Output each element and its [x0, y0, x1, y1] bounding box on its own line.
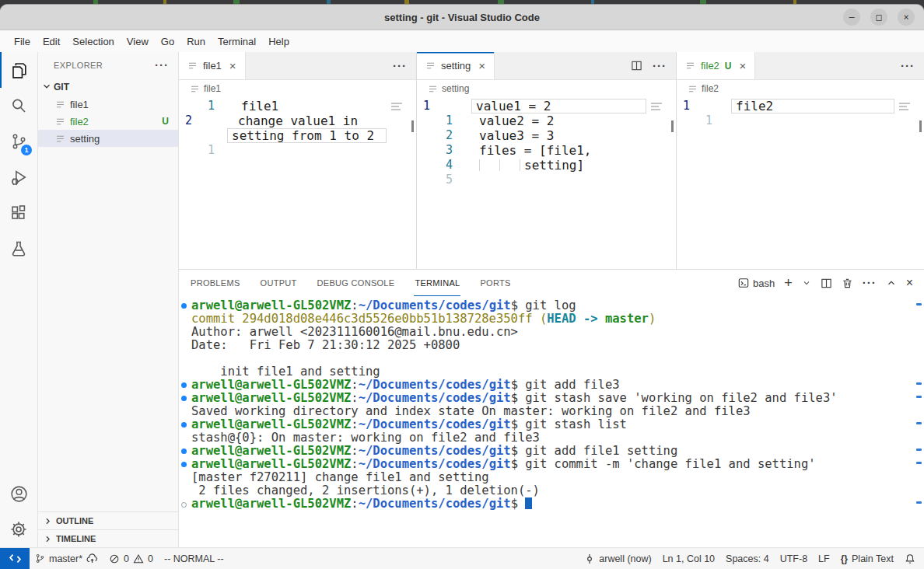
- menu-file[interactable]: File: [8, 33, 37, 50]
- panel-tab-terminal[interactable]: TERMINAL: [414, 270, 460, 296]
- minimap[interactable]: [899, 103, 912, 112]
- menu-edit[interactable]: Edit: [37, 33, 66, 50]
- menu-run[interactable]: Run: [180, 33, 212, 50]
- panel-tab-debug-console[interactable]: DEBUG CONSOLE: [317, 270, 396, 296]
- menu-selection[interactable]: Selection: [66, 33, 120, 50]
- minimize-button[interactable]: –: [843, 9, 860, 26]
- terminal[interactable]: arwell@arwell-GL502VMZ:~/Documents/codes…: [179, 296, 924, 547]
- line-text: change value1 in: [233, 113, 387, 128]
- status-encoding[interactable]: UTF-8: [775, 548, 813, 569]
- command-decoration-dot[interactable]: [181, 502, 187, 508]
- menu-help[interactable]: Help: [262, 33, 296, 50]
- explorer-icon: [9, 61, 29, 80]
- close-tab-icon[interactable]: ×: [229, 61, 236, 71]
- more-actions-icon[interactable]: ···: [901, 62, 915, 70]
- activity-testing[interactable]: [0, 231, 37, 267]
- close-tab-icon[interactable]: ×: [740, 61, 747, 71]
- status-vim-mode[interactable]: -- NORMAL --: [159, 548, 229, 569]
- status-language-mode[interactable]: {}Plain Text: [835, 548, 899, 569]
- tab-setting[interactable]: setting×: [417, 52, 495, 79]
- command-decoration-dot[interactable]: [181, 396, 187, 401]
- status-remote-indicator[interactable]: [0, 548, 30, 569]
- status-branch-status[interactable]: master*: [30, 548, 103, 569]
- maximize-button[interactable]: □: [870, 9, 887, 26]
- activity-run-and-debug[interactable]: [0, 159, 37, 195]
- prompt-path: ~/Documents/codes/git: [359, 417, 511, 431]
- activity-explorer[interactable]: [0, 52, 37, 88]
- code-editor[interactable]: 1file21: [677, 97, 924, 269]
- file-item-file2[interactable]: file2U: [38, 113, 178, 130]
- minimap[interactable]: [391, 103, 404, 112]
- close-tab-icon[interactable]: ×: [478, 61, 485, 71]
- menu-terminal[interactable]: Terminal: [212, 33, 262, 50]
- folder-section-git[interactable]: GIT: [38, 79, 178, 96]
- file-item-file1[interactable]: file1: [38, 96, 178, 113]
- overview-ruler-mark: [671, 120, 674, 132]
- workbench: 1 EXPLORER ··· GIT file1file2Usetting OU…: [0, 52, 924, 547]
- tab-file2[interactable]: file2U×: [677, 52, 755, 79]
- code-editor[interactable]: 1value1 = 21value2 = 22value3 = 33files …: [417, 97, 676, 269]
- code-line: 1: [677, 113, 924, 128]
- terminal-text: Date: Fri Feb 7 21:30:12 2025 +0800: [191, 338, 460, 352]
- tab-file1[interactable]: file1×: [179, 52, 246, 79]
- status-notifications[interactable]: [899, 548, 921, 569]
- editor-groups: file1×···file11file12change value1 inset…: [179, 52, 924, 269]
- file-icon: [190, 84, 200, 94]
- menu-view[interactable]: View: [121, 33, 155, 50]
- status-eol[interactable]: LF: [813, 548, 835, 569]
- chevron-down-icon[interactable]: [802, 278, 811, 288]
- code-line: 2change value1 in: [179, 113, 416, 128]
- new-terminal-icon[interactable]: +: [784, 278, 793, 288]
- command-decoration-dot[interactable]: [181, 303, 187, 309]
- activity-settings[interactable]: [0, 511, 37, 547]
- line-number: 1: [179, 143, 224, 158]
- more-actions-icon[interactable]: ···: [653, 62, 667, 70]
- terminal-text: 2 files changed, 2 insertions(+), 1 dele…: [191, 483, 540, 497]
- activity-accounts[interactable]: [0, 476, 37, 511]
- timeline-section[interactable]: TIMELINE: [38, 529, 178, 547]
- breadcrumb[interactable]: file2: [677, 80, 924, 97]
- menu-go[interactable]: Go: [155, 33, 180, 50]
- breadcrumb[interactable]: setting: [417, 80, 676, 97]
- line-number: 5: [417, 173, 462, 187]
- vscode-window: setting - git - Visual Studio Code –□× F…: [0, 5, 924, 569]
- split-terminal-icon[interactable]: [821, 278, 832, 289]
- minimap[interactable]: [651, 103, 663, 112]
- more-actions-icon[interactable]: ···: [393, 62, 407, 70]
- maximize-panel-icon[interactable]: [886, 278, 897, 288]
- terminal-text-segment: HEAD ->: [547, 312, 605, 326]
- status-cursor-position[interactable]: Ln 1, Col 10: [657, 548, 720, 569]
- panel-tab-ports[interactable]: PORTS: [479, 270, 511, 296]
- code-editor[interactable]: 1file12change value1 insetting from 1 to…: [179, 97, 416, 269]
- explorer-more-actions-icon[interactable]: ···: [155, 61, 169, 69]
- command-decoration-dot[interactable]: [181, 449, 187, 454]
- close-panel-icon[interactable]: ×: [906, 278, 913, 288]
- activity-source-control[interactable]: 1: [0, 124, 37, 159]
- file-icon: [55, 117, 65, 127]
- chevron-right-icon: [43, 534, 53, 544]
- prompt-path: ~/Documents/codes/git: [359, 298, 511, 312]
- close-button[interactable]: ×: [898, 9, 915, 26]
- remote-icon: [9, 552, 22, 565]
- panel-tab-output[interactable]: OUTPUT: [260, 270, 298, 296]
- terminal-shell-select[interactable]: bash: [738, 278, 775, 289]
- command-decoration-dot[interactable]: [181, 422, 187, 428]
- activity-bar: 1: [0, 52, 38, 547]
- command-decoration-dot[interactable]: [181, 382, 187, 388]
- outline-section[interactable]: OUTLINE: [38, 511, 178, 529]
- activity-extensions[interactable]: [0, 195, 37, 231]
- terminal-line: Author: arwell <202311160016@mail.bnu.ed…: [191, 326, 913, 339]
- status-git-sync-status[interactable]: arwell (now): [579, 548, 656, 569]
- status-problems[interactable]: 00: [103, 548, 159, 569]
- activity-search[interactable]: [0, 88, 37, 124]
- panel-more-actions-icon[interactable]: ···: [863, 279, 877, 287]
- panel-tab-problems[interactable]: PROBLEMS: [190, 270, 241, 296]
- breadcrumb[interactable]: file1: [179, 80, 416, 97]
- code-line: setting from 1 to 2: [179, 128, 416, 143]
- split-editor-icon[interactable]: [631, 60, 642, 72]
- kill-terminal-icon[interactable]: [842, 278, 853, 289]
- status-indentation[interactable]: Spaces: 4: [720, 548, 775, 569]
- command-decoration-dot[interactable]: [181, 462, 187, 467]
- testing-icon: [9, 239, 28, 258]
- file-item-setting[interactable]: setting: [38, 130, 178, 147]
